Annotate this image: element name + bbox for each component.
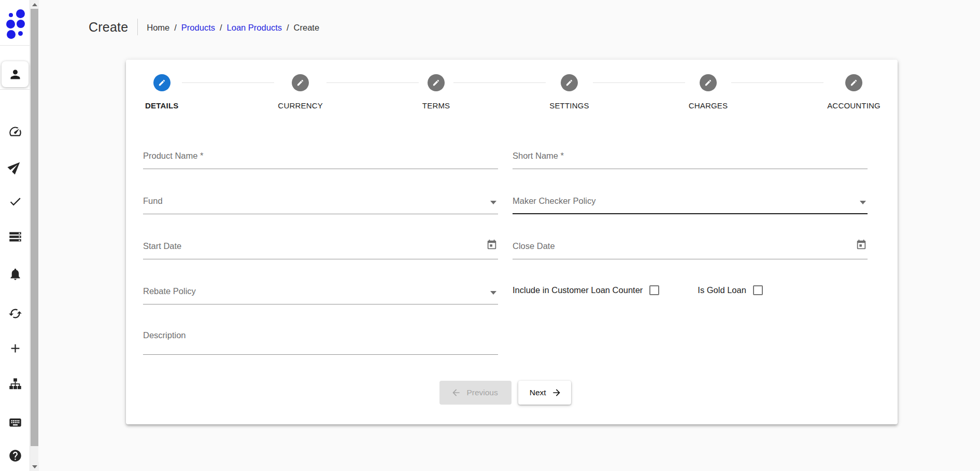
include-in-customer-loan-counter-group[interactable]: Include in Customer Loan Counter <box>513 285 659 295</box>
sidebar-item-dashboard[interactable] <box>7 123 23 139</box>
step-circle <box>153 74 171 91</box>
pencil-icon <box>565 79 573 87</box>
app-logo[interactable] <box>3 4 27 35</box>
breadcrumb-loan-products-link[interactable]: Loan Products <box>227 23 282 33</box>
sidebar-item-hierarchy[interactable] <box>7 376 23 391</box>
close-date-input[interactable] <box>513 234 868 259</box>
spacer <box>513 324 868 357</box>
step-connector <box>182 82 274 83</box>
fund-field <box>143 189 498 214</box>
sidebar-item-help[interactable] <box>7 448 23 463</box>
help-icon <box>8 449 22 463</box>
sidebar-item-approvals[interactable] <box>7 193 23 209</box>
product-name-input[interactable] <box>143 144 498 169</box>
triangle-down-icon <box>32 465 37 468</box>
step-label: TERMS <box>422 101 450 110</box>
calendar-icon <box>486 239 498 251</box>
keyboard-icon <box>8 415 22 430</box>
step-details[interactable]: DETAILS <box>145 74 178 110</box>
details-form: Include in Customer Loan Counter Is Gold… <box>126 110 898 405</box>
description-textarea[interactable] <box>143 324 498 355</box>
logo-dot <box>9 13 13 17</box>
close-date-picker-button[interactable] <box>855 239 868 252</box>
step-accounting[interactable]: ACCOUNTING <box>827 74 880 110</box>
previous-button[interactable]: Previous <box>439 381 511 405</box>
chevron-down-icon <box>490 201 496 204</box>
description-field <box>143 324 498 357</box>
start-date-picker-button[interactable] <box>486 239 498 252</box>
step-label: SETTINGS <box>549 101 589 110</box>
scrollbar-thumb[interactable] <box>31 9 38 446</box>
step-settings[interactable]: SETTINGS <box>549 74 589 110</box>
breadcrumb-separator: / <box>287 23 289 33</box>
logo-dot <box>16 9 25 18</box>
sync-icon <box>8 307 22 321</box>
checkbox-row: Include in Customer Loan Counter Is Gold… <box>513 279 868 304</box>
breadcrumb-products-link[interactable]: Products <box>181 23 215 33</box>
is-gold-loan-checkbox[interactable] <box>753 285 763 295</box>
divider <box>137 19 138 35</box>
scroll-down-button[interactable] <box>30 462 39 471</box>
start-date-field <box>143 234 498 259</box>
sidebar-item-notifications[interactable] <box>7 266 23 282</box>
rebate-policy-field <box>143 279 498 304</box>
logo-dot <box>18 31 23 36</box>
step-connector <box>326 82 419 83</box>
short-name-input[interactable] <box>513 144 868 169</box>
sitemap-icon <box>8 377 22 391</box>
scroll-up-button[interactable] <box>30 0 39 9</box>
maker-checker-policy-field <box>513 189 868 214</box>
step-currency[interactable]: CURRENCY <box>278 74 323 110</box>
sidebar-scrollbar <box>30 0 38 471</box>
dashboard-icon <box>8 124 22 138</box>
chevron-down-icon <box>860 201 866 204</box>
step-label: CHARGES <box>689 101 728 110</box>
pencil-icon <box>432 79 440 87</box>
step-circle <box>561 74 578 91</box>
sidebar-item-navigation[interactable] <box>7 159 23 174</box>
step-terms[interactable]: TERMS <box>422 74 450 110</box>
person-icon <box>8 67 22 81</box>
sidebar-item-add[interactable] <box>7 340 23 356</box>
main-content: Create Home / Products / Loan Products /… <box>38 0 980 471</box>
pencil-icon <box>850 79 858 87</box>
next-button[interactable]: Next <box>518 381 571 405</box>
breadcrumb-separator: / <box>174 23 177 33</box>
rebate-policy-select[interactable] <box>143 279 498 304</box>
checkbox-label: Include in Customer Loan Counter <box>513 285 643 295</box>
bell-icon <box>8 267 22 281</box>
breadcrumb-separator: / <box>220 23 222 33</box>
pencil-icon <box>296 79 304 87</box>
sidebar-item-profile[interactable] <box>2 61 29 87</box>
step-label: CURRENCY <box>278 101 323 110</box>
step-circle <box>700 74 717 91</box>
step-charges[interactable]: CHARGES <box>689 74 728 110</box>
form-actions: Previous Next <box>143 381 868 405</box>
arrow-left-icon <box>451 387 461 398</box>
maker-checker-policy-select[interactable] <box>513 189 868 214</box>
is-gold-loan-group[interactable]: Is Gold Loan <box>698 285 763 295</box>
step-connector <box>593 82 685 83</box>
sidebar-item-sync[interactable] <box>7 306 23 321</box>
triangle-up-icon <box>32 3 37 6</box>
logo-dot <box>7 30 16 39</box>
step-circle <box>845 74 862 91</box>
divider <box>0 45 30 46</box>
include-in-customer-loan-counter-checkbox[interactable] <box>649 285 659 295</box>
checkbox-label: Is Gold Loan <box>698 285 746 295</box>
fund-select[interactable] <box>143 189 498 214</box>
sidebar-item-storage[interactable] <box>7 229 23 244</box>
breadcrumb-home: Home <box>147 23 169 33</box>
next-button-label: Next <box>530 388 546 397</box>
close-date-field <box>513 234 868 259</box>
pencil-icon <box>704 79 712 87</box>
pencil-icon <box>158 79 166 87</box>
arrow-right-icon <box>551 387 562 398</box>
divider <box>0 89 30 90</box>
step-label: ACCOUNTING <box>827 101 880 110</box>
sidebar-item-keyboard[interactable] <box>7 414 23 430</box>
start-date-input[interactable] <box>143 234 498 259</box>
plus-icon <box>8 341 22 355</box>
product-name-field <box>143 144 498 169</box>
step-connector <box>731 82 823 83</box>
